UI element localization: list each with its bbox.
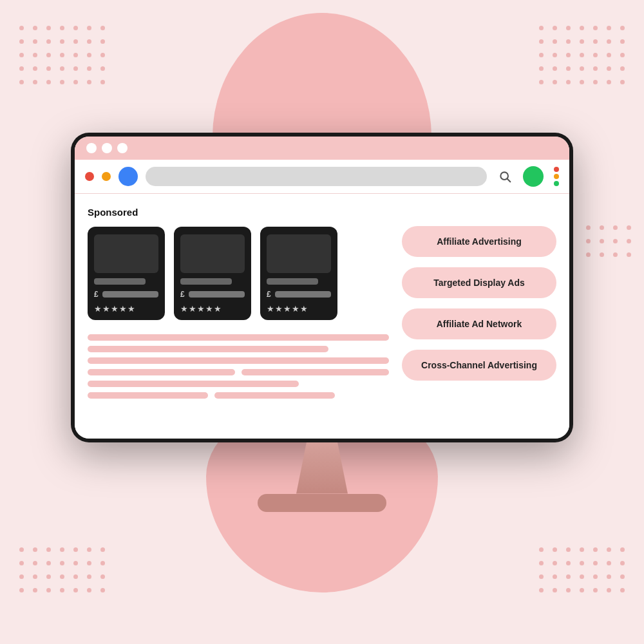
card-3-image: [267, 234, 331, 273]
titlebar-dot-2: [102, 143, 112, 153]
content-lines: [88, 334, 389, 399]
content-line-6a: [88, 392, 208, 399]
card-1-stars: ★★★★★: [94, 304, 158, 314]
product-card-1: £ ★★★★★: [88, 227, 165, 320]
card-1-price-row: £: [94, 290, 158, 299]
avatar-dot-yellow: [554, 174, 559, 179]
decorative-dots-bottom-left: [19, 547, 105, 592]
search-icon[interactable]: [495, 166, 515, 187]
svg-line-1: [507, 178, 511, 182]
product-cards-container: £ ★★★★★ £ ★★★★★: [88, 227, 389, 320]
favicon-dot-red: [85, 172, 94, 181]
card-3-stars: ★★★★★: [267, 304, 331, 314]
product-card-2: £ ★★★★★: [174, 227, 251, 320]
content-line-6b: [214, 392, 335, 399]
card-3-pound: £: [267, 290, 271, 299]
product-card-3: £ ★★★★★: [260, 227, 337, 320]
pill-affiliate-advertising[interactable]: Affiliate Advertising: [402, 226, 556, 257]
card-1-image: [94, 234, 158, 273]
monitor-stand-base: [258, 494, 386, 512]
content-lines-row-1: [88, 369, 389, 375]
avatar-dot-green: [554, 181, 559, 186]
titlebar-dot-1: [86, 143, 97, 153]
card-3-price-row: £: [267, 290, 331, 299]
browser-addressbar: [75, 160, 569, 194]
card-2-title: [180, 278, 232, 285]
card-2-price-bar: [189, 291, 245, 298]
monitor-stand-neck: [296, 442, 348, 494]
content-line-4b: [242, 369, 389, 375]
card-2-pound: £: [180, 290, 185, 299]
sponsored-label: Sponsored: [88, 207, 389, 218]
content-line-5: [88, 381, 299, 387]
content-right: Affiliate Advertising Targeted Display A…: [402, 207, 556, 426]
content-line-4a: [88, 369, 235, 375]
favicon-dot-yellow: [102, 172, 111, 181]
address-bar[interactable]: [146, 167, 487, 186]
content-lines-row-2: [88, 392, 389, 399]
user-avatar[interactable]: [523, 166, 544, 187]
monitor: Sponsored £ ★★★★★: [71, 133, 573, 512]
card-2-stars: ★★★★★: [180, 304, 245, 314]
avatar-dot-red: [554, 167, 559, 172]
card-3-price-bar: [275, 291, 331, 298]
content-line-3: [88, 357, 389, 364]
card-3-title: [267, 278, 318, 285]
card-2-price-row: £: [180, 290, 245, 299]
titlebar-dot-3: [117, 143, 128, 153]
card-2-image: [180, 234, 245, 273]
pill-affiliate-ad-network[interactable]: Affiliate Ad Network: [402, 308, 556, 339]
decorative-dots-mid-right: [586, 225, 631, 257]
browser-content: Sponsored £ ★★★★★: [75, 194, 569, 439]
decorative-dots-top-left: [19, 26, 105, 84]
monitor-screen: Sponsored £ ★★★★★: [71, 133, 573, 442]
card-1-price-bar: [102, 291, 158, 298]
pill-targeted-display-ads[interactable]: Targeted Display Ads: [402, 267, 556, 298]
content-line-1: [88, 334, 389, 341]
content-left: Sponsored £ ★★★★★: [88, 207, 389, 426]
decorative-dots-bottom-right: [539, 547, 625, 592]
card-1-title: [94, 278, 146, 285]
pill-cross-channel-advertising[interactable]: Cross-Channel Advertising: [402, 350, 556, 381]
browser-window: Sponsored £ ★★★★★: [75, 137, 569, 439]
favicon-dot-blue: [118, 167, 138, 186]
decorative-dots-top-right: [539, 26, 625, 84]
card-1-pound: £: [94, 290, 99, 299]
avatar-dots: [554, 167, 559, 186]
browser-titlebar: [75, 137, 569, 160]
content-line-2: [88, 346, 328, 352]
